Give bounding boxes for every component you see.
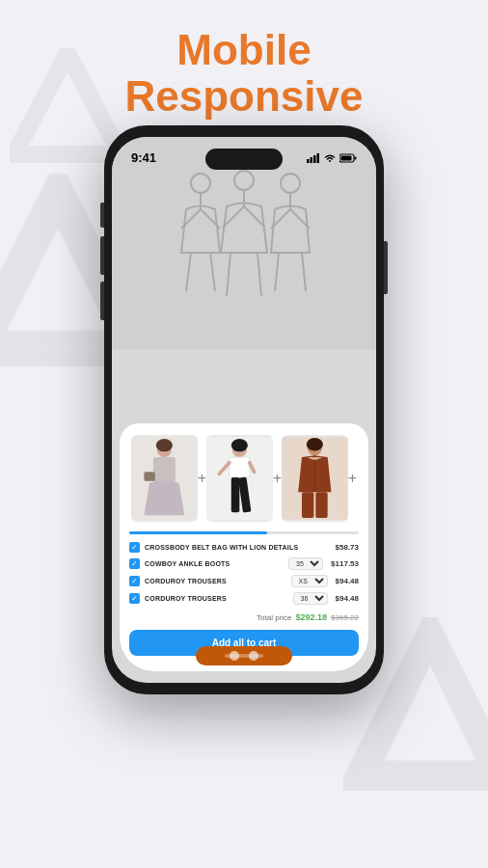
check-icon-3: ✓ bbox=[131, 578, 138, 585]
product-images-row: + bbox=[129, 435, 359, 522]
svg-rect-10 bbox=[355, 156, 357, 159]
svg-point-34 bbox=[156, 439, 173, 451]
size-select-4[interactable]: 36 37 38 39 bbox=[293, 592, 328, 605]
phone-frame: 9:41 bbox=[104, 125, 384, 694]
plus-sign-1: + bbox=[198, 470, 206, 487]
total-original-price: $365.22 bbox=[331, 613, 359, 622]
header-title-line1: Mobile bbox=[0, 27, 488, 73]
svg-line-29 bbox=[302, 253, 306, 291]
phone-power-button bbox=[384, 241, 388, 294]
svg-rect-32 bbox=[153, 457, 176, 483]
product-list: ✓ CROSSBODY BELT BAG WITH LION DETAILS $… bbox=[129, 542, 359, 605]
svg-point-48 bbox=[307, 438, 323, 450]
item-price-2: $117.53 bbox=[331, 559, 359, 568]
product-image-2 bbox=[206, 435, 273, 522]
total-label: Total price bbox=[257, 613, 291, 622]
svg-rect-5 bbox=[307, 159, 310, 163]
svg-point-42 bbox=[231, 439, 248, 451]
progress-bar-fill bbox=[129, 531, 267, 534]
checkbox-2[interactable]: ✓ bbox=[129, 558, 140, 569]
svg-line-23 bbox=[258, 253, 261, 296]
svg-rect-8 bbox=[317, 153, 320, 163]
svg-rect-7 bbox=[313, 155, 316, 163]
dynamic-island bbox=[205, 149, 283, 170]
checkbox-3[interactable]: ✓ bbox=[129, 576, 140, 586]
total-row: Total price $292.18 $365.22 bbox=[129, 612, 359, 622]
svg-point-18 bbox=[234, 171, 254, 190]
phone-volume-up-button bbox=[100, 236, 104, 275]
svg-point-12 bbox=[191, 174, 210, 193]
checkbox-4[interactable]: ✓ bbox=[129, 593, 140, 604]
item-name-3: CORDUROY TROUSERS bbox=[145, 578, 286, 584]
status-time: 9:41 bbox=[131, 150, 156, 165]
item-price-3: $94.48 bbox=[336, 577, 359, 585]
bottom-bar-icon bbox=[196, 646, 292, 665]
product-card: + bbox=[120, 423, 368, 671]
phone-mute-button bbox=[100, 203, 104, 228]
svg-rect-11 bbox=[341, 155, 352, 160]
plus-sign-3: + bbox=[348, 470, 357, 487]
product-image-3 bbox=[282, 435, 348, 522]
header-title-line2: Responsive bbox=[0, 73, 488, 120]
phone-screen: 9:41 bbox=[112, 137, 376, 683]
item-price-1: $58.73 bbox=[336, 543, 359, 552]
svg-line-28 bbox=[275, 253, 279, 291]
item-name-1: CROSSBODY BELT BAG WITH LION DETAILS bbox=[145, 544, 328, 551]
svg-rect-47 bbox=[315, 492, 327, 518]
check-icon-2: ✓ bbox=[131, 560, 138, 568]
phone-volume-down-button bbox=[100, 282, 104, 320]
progress-bar bbox=[129, 531, 359, 534]
wifi-icon bbox=[324, 153, 336, 163]
mannequin-svg bbox=[157, 156, 331, 330]
total-sale-price: $292.18 bbox=[296, 612, 328, 622]
svg-rect-40 bbox=[231, 477, 240, 512]
item-name-4: CORDUROY TROUSERS bbox=[145, 595, 288, 602]
svg-point-24 bbox=[281, 174, 300, 193]
svg-rect-6 bbox=[311, 157, 313, 163]
svg-rect-51 bbox=[225, 654, 263, 658]
checkbox-1[interactable]: ✓ bbox=[129, 542, 140, 553]
svg-line-16 bbox=[186, 253, 191, 291]
product-image-1 bbox=[131, 435, 198, 522]
product-item-4: ✓ CORDUROY TROUSERS 36 37 38 39 $94.48 bbox=[129, 592, 359, 605]
svg-rect-33 bbox=[144, 472, 154, 481]
product-item-1: ✓ CROSSBODY BELT BAG WITH LION DETAILS $… bbox=[129, 542, 359, 553]
item-price-4: $94.48 bbox=[336, 594, 359, 603]
svg-line-17 bbox=[210, 253, 215, 291]
product-item-3: ✓ CORDUROY TROUSERS XS S M L $94.48 bbox=[129, 575, 359, 587]
size-select-2[interactable]: 35 36 37 38 bbox=[288, 557, 323, 570]
check-icon-4: ✓ bbox=[131, 595, 138, 603]
phone-bottom-bar bbox=[196, 646, 292, 665]
svg-rect-37 bbox=[230, 457, 250, 477]
signal-icon bbox=[307, 153, 320, 163]
size-select-3[interactable]: XS S M L bbox=[291, 575, 328, 587]
product-item-2: ✓ COWBOY ANKLE BOOTS 35 36 37 38 $117.53 bbox=[129, 557, 359, 570]
status-icons bbox=[307, 153, 357, 163]
svg-rect-46 bbox=[302, 492, 313, 518]
svg-line-22 bbox=[227, 253, 230, 296]
plus-sign-2: + bbox=[273, 470, 282, 487]
item-name-2: COWBOY ANKLE BOOTS bbox=[145, 560, 284, 567]
check-icon-1: ✓ bbox=[131, 544, 138, 552]
battery-icon bbox=[339, 153, 357, 163]
header-title: Mobile Responsive bbox=[0, 27, 488, 121]
